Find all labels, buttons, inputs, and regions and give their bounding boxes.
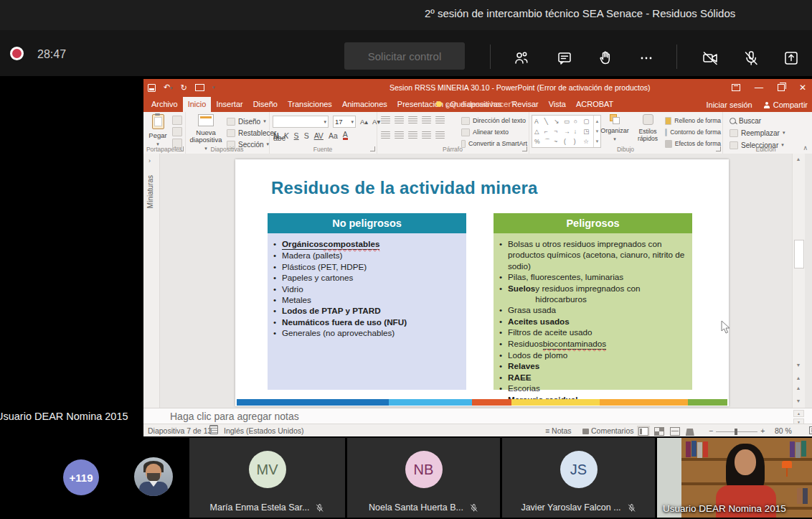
align-text-button[interactable]: Alinear texto	[461, 127, 527, 137]
font-size-combobox[interactable]: 17▾	[333, 116, 356, 128]
camera-off-icon[interactable]	[701, 49, 719, 67]
font-style-button[interactable]: S	[294, 131, 299, 140]
next-slide-icon[interactable]: ▼▼	[793, 396, 803, 406]
minimize-icon[interactable]: —	[755, 83, 763, 93]
ppt-tab-acrobat[interactable]: ACROBAT	[571, 97, 618, 112]
shape-fill-button[interactable]: Relleno de forma	[665, 116, 721, 126]
ppt-tab-inicio[interactable]: Inicio	[183, 97, 212, 112]
zoom-in-icon[interactable]: +	[760, 426, 765, 435]
collapse-ribbon-icon[interactable]: ∧	[803, 144, 808, 151]
scroll-up-icon[interactable]: ▲	[793, 154, 803, 164]
ppt-tab-insertar[interactable]: Insertar	[211, 97, 247, 112]
vertical-scrollbar[interactable]: ▲ ▼ ▲▲ ▼▼	[792, 154, 805, 408]
zoom-slider[interactable]	[716, 431, 757, 432]
scroll-down-icon[interactable]: ▼	[793, 360, 803, 370]
overflow-participants-badge[interactable]: +119	[63, 459, 99, 495]
redo-icon[interactable]: ↻	[181, 83, 187, 93]
slide[interactable]: Residuos de la actividad minera No pelig…	[235, 159, 729, 406]
cut-icon[interactable]	[172, 116, 182, 125]
expand-thumbnails-icon[interactable]: ›	[148, 157, 151, 164]
more-options-icon[interactable]	[637, 49, 656, 67]
ppt-tab-diseño[interactable]: Diseño	[248, 97, 283, 112]
decrease-indent-icon[interactable]	[408, 116, 417, 123]
fit-slide-icon[interactable]	[809, 426, 812, 434]
lightbulb-icon	[436, 101, 442, 107]
shape-outline-button[interactable]: Contorno de forma	[665, 127, 721, 137]
line-spacing-icon[interactable]	[435, 116, 445, 123]
microphone-off-icon[interactable]	[742, 49, 760, 67]
participant-tile[interactable]: JSJavier Yaroslav Falcon ...	[502, 438, 655, 518]
previous-slide-icon[interactable]: ▲▲	[793, 373, 803, 383]
dialog-launcher-icon[interactable]	[179, 146, 184, 151]
ppt-tab-transiciones[interactable]: Transiciones	[283, 97, 337, 112]
raise-hand-icon[interactable]	[596, 49, 615, 67]
font-style-button[interactable]: S	[304, 131, 309, 140]
text-direction-button[interactable]: Dirección del texto	[461, 116, 527, 126]
columns-icon[interactable]	[435, 131, 445, 139]
justify-icon[interactable]	[422, 131, 431, 139]
notes-placeholder[interactable]: Haga clic para agregar notas	[170, 411, 299, 422]
ribbon-display-options-icon[interactable]	[732, 84, 740, 91]
tell-me-box[interactable]: ¿Qué desea hacer?	[436, 100, 515, 108]
dialog-launcher-icon[interactable]	[522, 146, 527, 151]
ppt-tab-archivo[interactable]: Archivo	[146, 97, 183, 112]
increase-indent-icon[interactable]	[422, 116, 431, 123]
notes-pane[interactable]: Haga clic para agregar notas ▲▼	[143, 408, 812, 424]
close-icon[interactable]: ✕	[799, 83, 806, 93]
customize-quick-access-icon[interactable]: ▾	[212, 83, 215, 93]
ppt-tab-animaciones[interactable]: Animaciones	[337, 97, 392, 112]
undo-icon[interactable]: ↶▾	[164, 82, 173, 93]
numbering-icon[interactable]	[395, 116, 404, 123]
shape-callout: ◳	[583, 126, 593, 136]
font-style-button[interactable]: A	[343, 131, 348, 140]
restore-down-icon[interactable]	[778, 84, 785, 91]
save-icon[interactable]	[148, 84, 156, 92]
quick-styles-button[interactable]: Estilos rápidos	[633, 114, 662, 142]
slideshow-view-icon[interactable]	[686, 429, 694, 436]
dialog-launcher-icon[interactable]	[370, 146, 375, 151]
scrollbar-thumb[interactable]	[794, 240, 804, 268]
shapes-gallery[interactable]: A╲↘▭○▢ △⌐¬→↓◳ %⌒~()☆ ▲▼▼	[532, 115, 601, 148]
list-item: •Bolsas u otros residuos impregnados con…	[499, 238, 688, 271]
zoom-out-icon[interactable]: −	[709, 426, 713, 435]
zoom-slider-thumb[interactable]	[735, 429, 737, 435]
comments-button[interactable]: Comentarios	[582, 426, 634, 435]
reading-view-icon[interactable]	[670, 427, 680, 436]
arrange-icon	[610, 114, 620, 124]
participants-icon[interactable]	[512, 49, 531, 67]
participant-video-tile[interactable]: Usuario DEAR Nomina 2015	[657, 438, 812, 518]
participant-photo-avatar[interactable]	[134, 457, 173, 496]
copy-icon[interactable]	[172, 127, 182, 136]
replace-button[interactable]: Reemplazar▾	[730, 128, 785, 138]
font-style-button[interactable]: abc	[273, 134, 285, 142]
request-control-button[interactable]: Solicitar control	[344, 42, 465, 70]
align-right-icon[interactable]	[408, 131, 417, 139]
font-style-button[interactable]: AV	[314, 131, 324, 140]
start-slideshow-icon[interactable]	[195, 84, 204, 91]
share-button[interactable]: Compartir	[764, 100, 808, 109]
align-center-icon[interactable]	[395, 131, 404, 139]
dialog-launcher-icon[interactable]	[716, 146, 721, 151]
participant-avatar: MV	[249, 451, 286, 488]
ppt-tab-vista[interactable]: Vista	[544, 97, 571, 112]
arrange-button[interactable]: Organizar▾	[598, 114, 632, 142]
slide-sorter-view-icon[interactable]	[654, 427, 664, 436]
sign-in-button[interactable]: Iniciar sesión	[707, 100, 752, 109]
share-screen-icon[interactable]	[782, 49, 801, 67]
notas-button[interactable]: ≡ Notas	[545, 426, 571, 435]
align-left-icon[interactable]	[381, 131, 390, 139]
thumbnails-panel-collapsed[interactable]: › Miniaturas	[143, 154, 160, 408]
normal-view-icon[interactable]	[638, 427, 648, 436]
grow-font-icon[interactable]: A▴	[360, 118, 368, 126]
font-name-combobox[interactable]: ▾	[273, 116, 329, 128]
font-style-button[interactable]: Aa	[329, 131, 338, 140]
find-button[interactable]: Buscar	[730, 116, 785, 126]
paste-button[interactable]: Pegar▾	[147, 114, 169, 147]
participant-tile[interactable]: MVMaría Enma Estela Sar...	[189, 438, 345, 518]
participant-tile[interactable]: NBNoela Santa Huerta B...	[347, 438, 500, 518]
chat-icon[interactable]	[555, 49, 574, 67]
language-indicator[interactable]: Inglés (Estados Unidos)	[224, 426, 303, 435]
bullets-icon[interactable]	[381, 116, 390, 123]
spellcheck-icon[interactable]	[209, 425, 218, 434]
zoom-level[interactable]: 80 %	[775, 426, 792, 435]
